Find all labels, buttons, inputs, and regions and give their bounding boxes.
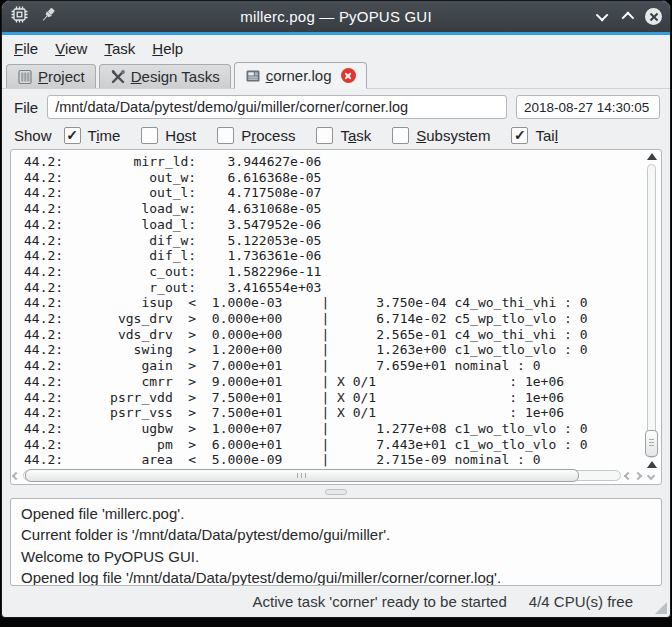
checkbox-time[interactable]: ✓ Time — [64, 127, 121, 144]
file-label: File — [14, 99, 38, 116]
crossed-tools-icon — [110, 69, 126, 85]
resize-grip[interactable] — [655, 602, 667, 614]
menubar: File View Task Help — [2, 35, 670, 62]
checkbox-process[interactable]: ✓ Process — [217, 127, 295, 144]
app-window: millerc.pog — PyOPUS GUI — [1, 0, 671, 618]
maximize-button[interactable] — [622, 12, 635, 25]
vertical-scrollbar-track[interactable] — [647, 164, 656, 458]
cpu-status: 4/4 CPU(s) free — [529, 593, 633, 610]
menu-task[interactable]: Task — [104, 40, 135, 57]
show-label: Show — [14, 127, 52, 144]
checkbox-box[interactable]: ✓ — [141, 127, 158, 144]
scroll-right-icon[interactable] — [634, 471, 642, 479]
checkbox-box[interactable]: ✓ — [392, 127, 409, 144]
tab-project[interactable]: Project — [6, 64, 96, 88]
tab-label: corner.log — [266, 67, 332, 84]
checkbox-tail[interactable]: ✓ Tail — [511, 127, 558, 144]
tabbar: Project Design Tasks — [2, 62, 670, 89]
tab-label: Project — [38, 68, 85, 85]
checkbox-host[interactable]: ✓ Host — [141, 127, 196, 144]
titlebar[interactable]: millerc.pog — PyOPUS GUI — [2, 1, 670, 32]
file-path-input[interactable]: /mnt/data/Data/pytest/demo/gui/miller/co… — [47, 95, 507, 119]
checkmark-icon: ✓ — [66, 128, 78, 142]
pin-icon[interactable] — [39, 6, 57, 28]
splitter-grip-icon[interactable] — [325, 489, 347, 495]
newspaper-icon — [245, 68, 261, 84]
menu-view[interactable]: View — [55, 40, 87, 57]
log-text[interactable]: 44.2: mirr_ld: 3.944627e-06 44.2: out_w:… — [11, 150, 642, 484]
cabinet-icon — [17, 69, 33, 85]
menu-help[interactable]: Help — [152, 40, 183, 57]
status-message: Active task 'corner' ready to be started — [253, 593, 507, 610]
message-view[interactable]: Opened file 'millerc.pog'. Current folde… — [10, 498, 662, 586]
checkbox-subsystem[interactable]: ✓ Subsystem — [392, 127, 490, 144]
tab-design-tasks[interactable]: Design Tasks — [99, 64, 231, 88]
scroll-left-icon[interactable] — [624, 471, 632, 479]
scrollbar-corner[interactable] — [643, 469, 659, 482]
statusbar: Active task 'corner' ready to be started… — [2, 586, 670, 617]
checkbox-label: Time — [88, 127, 121, 144]
scroll-down-icon[interactable] — [647, 471, 655, 479]
checkbox-label: Process — [241, 127, 295, 144]
checkbox-box[interactable]: ✓ — [217, 127, 234, 144]
checkbox-box[interactable]: ✓ — [64, 127, 81, 144]
menu-file[interactable]: File — [14, 40, 38, 57]
checkmark-icon: ✓ — [514, 128, 526, 142]
checkbox-task[interactable]: ✓ Task — [316, 127, 371, 144]
horizontal-scrollbar-thumb[interactable] — [25, 469, 579, 482]
log-view[interactable]: 44.2: mirr_ld: 3.944627e-06 44.2: out_w:… — [10, 149, 662, 485]
vertical-scrollbar[interactable] — [642, 150, 661, 484]
horizontal-scrollbar-track[interactable] — [23, 470, 621, 481]
vertical-scrollbar-thumb[interactable] — [645, 430, 658, 457]
scroll-up-icon[interactable] — [647, 153, 657, 160]
checkbox-box[interactable]: ✓ — [316, 127, 333, 144]
splitter-handle[interactable] — [2, 485, 670, 498]
checkbox-label: Host — [165, 127, 196, 144]
tab-corner-log[interactable]: corner.log — [234, 62, 367, 89]
scroll-left-icon[interactable] — [12, 471, 20, 479]
tab-label: Design Tasks — [131, 68, 220, 85]
show-row: Show ✓ Time ✓ Host ✓ Process ✓ Task ✓ Su… — [14, 123, 658, 147]
window-title: millerc.pog — PyOPUS GUI — [2, 8, 670, 25]
tab-close-icon[interactable] — [341, 68, 356, 83]
file-timestamp-field[interactable]: 2018-08-27 14:30:05 — [516, 95, 660, 119]
close-button[interactable] — [645, 8, 662, 25]
checkbox-box[interactable]: ✓ — [511, 127, 528, 144]
horizontal-scrollbar[interactable] — [13, 468, 641, 483]
chip-icon — [10, 5, 29, 28]
minimize-button[interactable] — [596, 9, 609, 22]
file-row: File /mnt/data/Data/pytest/demo/gui/mill… — [2, 89, 670, 123]
scroll-up-icon[interactable] — [647, 461, 657, 468]
checkbox-label: Task — [340, 127, 371, 144]
checkbox-label: Tail — [535, 127, 558, 144]
checkbox-label: Subsystem — [416, 127, 490, 144]
